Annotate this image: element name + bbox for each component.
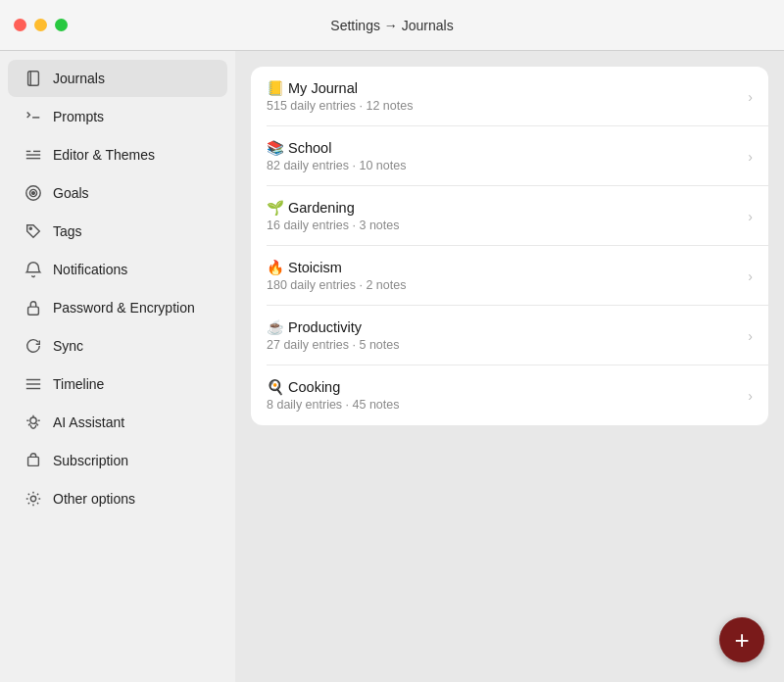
sidebar-item-goals[interactable]: Goals xyxy=(8,174,227,212)
chevron-right-icon: › xyxy=(748,89,753,105)
ai-icon xyxy=(24,413,43,432)
journal-meta: 180 daily entries · 2 notes xyxy=(267,278,740,292)
journal-item[interactable]: 🔥 Stoicism 180 daily entries · 2 notes › xyxy=(251,246,768,306)
sidebar-label-editor: Editor & Themes xyxy=(53,147,155,163)
sidebar-label-prompts: Prompts xyxy=(53,109,104,124)
journal-meta: 515 daily entries · 12 notes xyxy=(267,99,740,113)
notifications-icon xyxy=(24,260,43,279)
sidebar-label-password: Password & Encryption xyxy=(53,300,195,316)
sidebar-item-timeline[interactable]: Timeline xyxy=(8,365,227,403)
svg-rect-16 xyxy=(28,457,39,465)
sidebar-label-goals: Goals xyxy=(53,185,89,201)
sidebar-item-sync[interactable]: Sync xyxy=(8,327,227,365)
chevron-right-icon: › xyxy=(748,388,753,404)
timeline-icon xyxy=(24,374,43,394)
journal-item[interactable]: ☕ Productivity 27 daily entries · 5 note… xyxy=(251,306,768,365)
app-body: Journals Prompts Editor & xyxy=(0,51,784,682)
sidebar-label-journals: Journals xyxy=(53,71,105,86)
sidebar-label-sync: Sync xyxy=(53,338,83,354)
svg-rect-11 xyxy=(28,307,39,315)
journals-list: 📒 My Journal 515 daily entries · 12 note… xyxy=(251,67,768,425)
chevron-right-icon: › xyxy=(748,328,753,344)
sidebar-label-subscription: Subscription xyxy=(53,453,128,468)
goals-icon xyxy=(24,183,43,203)
lock-icon xyxy=(24,298,43,317)
other-icon xyxy=(24,489,43,509)
svg-point-15 xyxy=(30,417,36,423)
sidebar-item-password[interactable]: Password & Encryption xyxy=(8,289,227,326)
journal-name: 🍳 Cooking xyxy=(267,379,740,396)
sync-icon xyxy=(24,336,43,356)
sidebar-item-ai[interactable]: AI Assistant xyxy=(8,404,227,441)
sidebar: Journals Prompts Editor & xyxy=(0,51,235,682)
main-content: 📒 My Journal 515 daily entries · 12 note… xyxy=(235,51,784,682)
chevron-right-icon: › xyxy=(748,268,753,284)
journal-item[interactable]: 📚 School 82 daily entries · 10 notes › xyxy=(251,126,768,186)
sidebar-item-prompts[interactable]: Prompts xyxy=(8,98,227,135)
journal-item[interactable]: 🌱 Gardening 16 daily entries · 3 notes › xyxy=(251,186,768,246)
journal-info: 📚 School 82 daily entries · 10 notes xyxy=(267,140,740,172)
journals-icon xyxy=(24,69,43,88)
journal-info: 🍳 Cooking 8 daily entries · 45 notes xyxy=(267,379,740,412)
editor-icon xyxy=(24,145,43,165)
chevron-right-icon: › xyxy=(748,209,753,224)
traffic-lights xyxy=(14,19,68,31)
sidebar-item-other[interactable]: Other options xyxy=(8,480,227,517)
journal-name: 🔥 Stoicism xyxy=(267,260,740,276)
journal-name: 🌱 Gardening xyxy=(267,200,740,217)
journal-info: 🌱 Gardening 16 daily entries · 3 notes xyxy=(267,200,740,232)
journal-item[interactable]: 🍳 Cooking 8 daily entries · 45 notes › xyxy=(251,365,768,425)
journal-name: 📚 School xyxy=(267,140,740,157)
close-button[interactable] xyxy=(14,19,26,31)
journal-meta: 27 daily entries · 5 notes xyxy=(267,338,740,352)
journal-info: ☕ Productivity 27 daily entries · 5 note… xyxy=(267,319,740,352)
sidebar-label-timeline: Timeline xyxy=(53,376,104,392)
sidebar-item-subscription[interactable]: Subscription xyxy=(8,442,227,479)
maximize-button[interactable] xyxy=(55,19,68,31)
svg-point-17 xyxy=(30,496,35,501)
sidebar-label-other: Other options xyxy=(53,491,135,507)
prompts-icon xyxy=(24,107,43,126)
journal-meta: 16 daily entries · 3 notes xyxy=(267,219,740,232)
journal-name: 📒 My Journal xyxy=(267,80,740,97)
sidebar-label-tags: Tags xyxy=(53,223,82,239)
add-journal-button[interactable]: + xyxy=(719,617,764,662)
minimize-button[interactable] xyxy=(34,19,47,31)
journal-item[interactable]: 📒 My Journal 515 daily entries · 12 note… xyxy=(251,67,768,126)
svg-point-10 xyxy=(29,227,31,229)
sidebar-item-editor-themes[interactable]: Editor & Themes xyxy=(8,136,227,173)
journal-meta: 82 daily entries · 10 notes xyxy=(267,159,740,172)
subscription-icon xyxy=(24,451,43,470)
title-bar: Settings → Journals xyxy=(0,0,784,51)
sidebar-item-tags[interactable]: Tags xyxy=(8,213,227,250)
chevron-right-icon: › xyxy=(748,149,753,165)
sidebar-label-notifications: Notifications xyxy=(53,262,127,277)
svg-point-9 xyxy=(32,192,35,195)
window-title: Settings → Journals xyxy=(330,18,453,33)
sidebar-item-notifications[interactable]: Notifications xyxy=(8,251,227,288)
svg-rect-0 xyxy=(28,72,39,85)
journal-info: 📒 My Journal 515 daily entries · 12 note… xyxy=(267,80,740,113)
sidebar-label-ai: AI Assistant xyxy=(53,414,124,430)
journal-meta: 8 daily entries · 45 notes xyxy=(267,398,740,412)
journal-name: ☕ Productivity xyxy=(267,319,740,336)
journal-info: 🔥 Stoicism 180 daily entries · 2 notes xyxy=(267,260,740,292)
sidebar-item-journals[interactable]: Journals xyxy=(8,60,227,97)
tags-icon xyxy=(24,221,43,241)
